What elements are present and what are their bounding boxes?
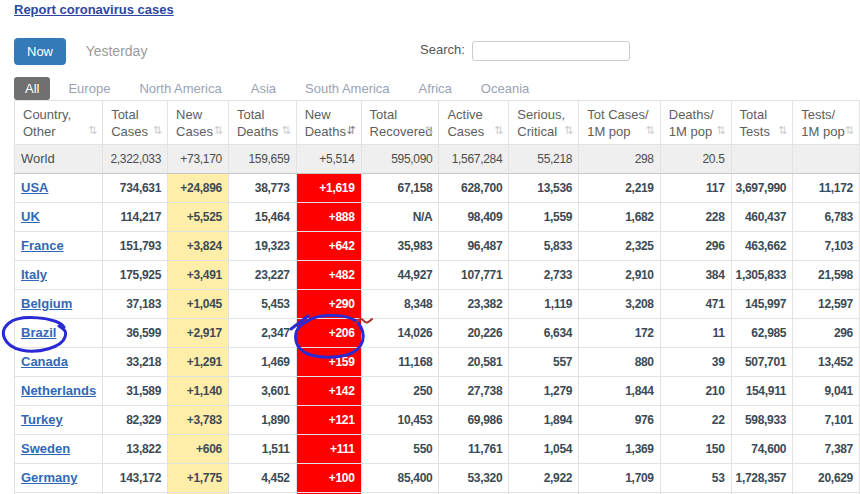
country-cell: Brazil — [15, 319, 103, 348]
cell-tot-cases-1m-pop: 298 — [579, 145, 661, 174]
world-row: World2,322,033+73,170159,659+5,514595,09… — [15, 145, 860, 174]
cell-active-cases: 20,226 — [439, 319, 509, 348]
country-cell: Italy — [15, 261, 103, 290]
cell-tot-cases-1m-pop: 2,219 — [579, 174, 661, 203]
sort-icon[interactable]: ⇅ — [494, 122, 503, 139]
col-header-new-cases[interactable]: NewCases⇅ — [168, 101, 229, 145]
sort-icon[interactable]: ⇅ — [778, 122, 787, 139]
report-cases-link[interactable]: Report coronavirus cases — [14, 2, 174, 17]
cell-tests-1m-pop: 6,783 — [793, 203, 860, 232]
col-header-tests-1m-pop[interactable]: Tests/1M pop⇅ — [793, 101, 860, 145]
sort-icon[interactable]: ⇅ — [153, 122, 162, 139]
sort-icon[interactable]: ⇅ — [424, 122, 433, 139]
cell-deaths-1m-pop: 11 — [660, 319, 731, 348]
table-head-row: Country,Other⇅TotalCases⇅NewCases⇅TotalD… — [15, 101, 860, 145]
col-header-active-cases[interactable]: ActiveCases⇅ — [439, 101, 509, 145]
cases-table-wrap: Country,Other⇅TotalCases⇅NewCases⇅TotalD… — [14, 100, 860, 494]
region-tab-europe[interactable]: Europe — [57, 77, 121, 100]
country-link[interactable]: Turkey — [21, 412, 63, 427]
country-link[interactable]: Germany — [21, 470, 77, 485]
sort-icon[interactable]: ⇅ — [214, 122, 223, 139]
region-tab-north-america[interactable]: North America — [128, 77, 232, 100]
cell-total-cases: 36,599 — [103, 319, 168, 348]
col-header-total-deaths[interactable]: TotalDeaths⇅ — [228, 101, 296, 145]
search-box: Search: — [420, 41, 630, 61]
sort-icon[interactable]: ⇅ — [282, 122, 291, 139]
cell-serious-critical: 1,279 — [509, 377, 579, 406]
country-cell: France — [15, 232, 103, 261]
sort-icon[interactable]: ⇅ — [564, 122, 573, 139]
yesterday-tab[interactable]: Yesterday — [86, 37, 148, 65]
region-tab-south-america[interactable]: South America — [294, 77, 401, 100]
country-link[interactable]: UK — [21, 209, 40, 224]
cell-total-recovered: 44,927 — [361, 261, 439, 290]
country-link[interactable]: Sweden — [21, 441, 70, 456]
cell-total-deaths: 4,452 — [228, 464, 296, 493]
table-row: Belgium37,183+1,0455,453+2908,34823,3821… — [15, 290, 860, 319]
cell-serious-critical: 2,733 — [509, 261, 579, 290]
col-header-total-recovered[interactable]: TotalRecovered⇅ — [361, 101, 439, 145]
now-tab[interactable]: Now — [14, 38, 66, 65]
cell-active-cases: 96,487 — [439, 232, 509, 261]
cell-deaths-1m-pop: 150 — [660, 435, 731, 464]
cell-tot-cases-1m-pop: 1,709 — [579, 464, 661, 493]
cell-serious-critical: 1,054 — [509, 435, 579, 464]
table-row: France151,793+3,82419,323+64235,98396,48… — [15, 232, 860, 261]
country-link[interactable]: USA — [21, 180, 48, 195]
col-header-total-cases[interactable]: TotalCases⇅ — [103, 101, 168, 145]
country-link[interactable]: Canada — [21, 354, 68, 369]
cell-deaths-1m-pop: 20.5 — [660, 145, 731, 174]
cell-new-deaths: +888 — [296, 203, 361, 232]
table-row: USA734,631+24,89638,773+1,61967,158628,7… — [15, 174, 860, 203]
col-header-new-deaths[interactable]: NewDeaths⇵ — [296, 101, 361, 145]
cell-deaths-1m-pop: 384 — [660, 261, 731, 290]
sort-icon[interactable]: ⇅ — [646, 122, 655, 139]
cell-total-tests — [731, 145, 793, 174]
country-link[interactable]: Netherlands — [21, 383, 96, 398]
search-input[interactable] — [472, 41, 630, 61]
col-header-deaths-1m-pop[interactable]: Deaths/1M pop⇅ — [660, 101, 731, 145]
country-link[interactable]: Italy — [21, 267, 47, 282]
cell-new-cases: +24,896 — [168, 174, 229, 203]
country-link[interactable]: France — [21, 238, 64, 253]
cell-total-recovered: 8,348 — [361, 290, 439, 319]
country-link[interactable]: Belgium — [21, 296, 72, 311]
col-header-total-tests[interactable]: TotalTests⇅ — [731, 101, 793, 145]
col-header-serious-critical[interactable]: Serious,Critical⇅ — [509, 101, 579, 145]
cell-new-deaths: +159 — [296, 348, 361, 377]
region-tab-oceania[interactable]: Oceania — [470, 77, 540, 100]
country-cell: Germany — [15, 464, 103, 493]
cell-new-deaths: +206 — [296, 319, 361, 348]
sort-desc-icon[interactable]: ⇵ — [346, 122, 355, 139]
cell-total-recovered: 14,026 — [361, 319, 439, 348]
country-cell: UK — [15, 203, 103, 232]
cell-new-deaths: +5,514 — [296, 145, 361, 174]
cell-new-cases: +73,170 — [168, 145, 229, 174]
cell-active-cases: 20,581 — [439, 348, 509, 377]
cell-deaths-1m-pop: 471 — [660, 290, 731, 319]
cell-new-cases: +1,291 — [168, 348, 229, 377]
cell-new-cases: +606 — [168, 435, 229, 464]
sort-icon[interactable]: ⇅ — [716, 122, 725, 139]
region-tab-asia[interactable]: Asia — [240, 77, 287, 100]
cell-total-cases: 2,322,033 — [103, 145, 168, 174]
country-link[interactable]: Brazil — [21, 325, 56, 340]
sort-icon[interactable]: ⇅ — [88, 122, 97, 139]
cell-total-cases: 734,631 — [103, 174, 168, 203]
cell-deaths-1m-pop: 210 — [660, 377, 731, 406]
cell-tests-1m-pop: 7,103 — [793, 232, 860, 261]
col-header-country-other[interactable]: Country,Other⇅ — [15, 101, 103, 145]
cell-tests-1m-pop: 21,598 — [793, 261, 860, 290]
cell-tot-cases-1m-pop: 880 — [579, 348, 661, 377]
sort-icon[interactable]: ⇅ — [845, 122, 854, 139]
cell-active-cases: 628,700 — [439, 174, 509, 203]
table-row: Turkey82,329+3,7831,890+12110,45369,9861… — [15, 406, 860, 435]
col-header-tot-cases-1m-pop[interactable]: Tot Cases/1M pop⇅ — [579, 101, 661, 145]
region-tab-africa[interactable]: Africa — [408, 77, 463, 100]
region-tab-all[interactable]: All — [14, 77, 50, 100]
country-cell: Canada — [15, 348, 103, 377]
page: Report coronavirus cases Now Yesterday S… — [0, 0, 860, 494]
cell-total-tests: 598,933 — [731, 406, 793, 435]
table-row: Canada33,218+1,2911,469+15911,16820,5815… — [15, 348, 860, 377]
cases-table: Country,Other⇅TotalCases⇅NewCases⇅TotalD… — [14, 100, 860, 494]
